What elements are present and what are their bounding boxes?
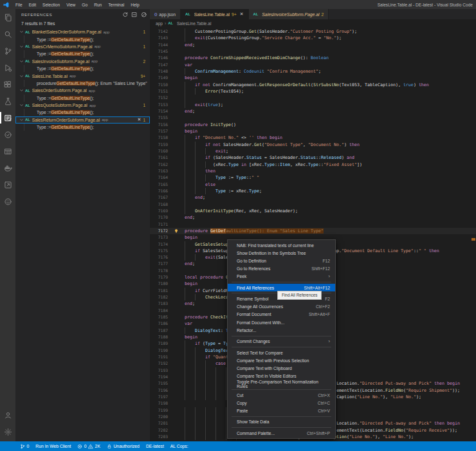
code-line-7161[interactable]: 7161if (SalesHeader.Status = SalesHeader… xyxy=(150,154,476,161)
reference-file-row[interactable]: ALSalesLine.Table.alapp9+ xyxy=(15,72,150,79)
context-menu-item-select-text-for-compare[interactable]: Select Text for Compare xyxy=(228,349,335,356)
context-menu-item-format-document[interactable]: Format DocumentShift+Alt+F xyxy=(228,311,335,318)
context-menu-item-command-palette-[interactable]: Command Palette...Ctrl+Shift+P xyxy=(228,429,335,437)
reference-line-row[interactable]: Type := GetDefaultLineType(); xyxy=(15,109,150,116)
statusbar-environment[interactable]: DE-latest xyxy=(143,441,167,451)
code-line-7169[interactable]: 7169OnAfterInitType(Rec, xRec, SalesHead… xyxy=(150,208,476,214)
tab-salesinvoicesubform-page-al[interactable]: ALSalesInvoiceSubform.Page.al2 xyxy=(249,9,329,19)
activitybar-feedback[interactable] xyxy=(0,193,15,210)
code-line-7149[interactable]: 7149begin xyxy=(150,75,476,81)
code-line-7171[interactable]: 7171 xyxy=(150,221,476,228)
menubar-item-view[interactable]: View xyxy=(63,0,78,9)
code-line-7151[interactable]: 7151Error(Text054); xyxy=(150,88,476,95)
code-line-7158[interactable]: 7158if "Document No." <> '' then begin xyxy=(150,134,476,141)
statusbar-auth-status[interactable]: Unauthorized xyxy=(104,441,143,451)
menubar-item-selection[interactable]: Selection xyxy=(39,0,63,9)
activitybar-references[interactable] xyxy=(0,109,15,126)
menubar-item-go[interactable]: Go xyxy=(78,0,91,9)
context-menu-item-show-table-data[interactable]: Show Table Data xyxy=(228,418,335,426)
context-menu-item-go-to-references[interactable]: Go to ReferencesShift+F12 xyxy=(228,265,335,273)
breadcrumb-root[interactable]: app xyxy=(156,21,163,26)
activitybar-docker[interactable] xyxy=(0,160,15,176)
activitybar-account[interactable] xyxy=(0,407,15,423)
activitybar-explorer[interactable] xyxy=(0,9,15,26)
context-menu-item-commit-changes[interactable]: Commit Changes› xyxy=(228,338,335,345)
menubar-item-run[interactable]: Run xyxy=(91,0,105,9)
activitybar-test[interactable] xyxy=(0,93,15,109)
menubar-item-terminal[interactable]: Terminal xyxy=(105,0,127,9)
code-line-7170[interactable]: 7170end; xyxy=(150,214,476,221)
reference-line-row[interactable]: procedure GetDefaultLineType(): Enum "Sa… xyxy=(15,80,150,87)
activitybar-table-data[interactable] xyxy=(0,143,15,160)
code-line-7156[interactable]: 7156procedure InitType() xyxy=(150,122,476,128)
code-line-7144[interactable]: 7144end; xyxy=(150,42,476,48)
activitybar-source-control[interactable] xyxy=(0,42,15,59)
context-menu-item-toggle-pre-comparison-text-normalization[interactable]: Toggle Pre-Comparison Text Normalization… xyxy=(228,380,335,388)
code-line-7148[interactable]: 7148ConfirmManagement: Codeunit "Confirm… xyxy=(150,68,476,75)
menubar-item-edit[interactable]: Edit xyxy=(26,0,39,9)
code-line-7153[interactable]: 7153exit(true); xyxy=(150,102,476,108)
activitybar-manage[interactable] xyxy=(0,423,15,440)
reference-file-row[interactable]: ALSalesOrderSubform.Page.alapp xyxy=(15,87,150,94)
context-menu-item-paste[interactable]: PasteCtrl+V xyxy=(228,407,335,415)
lightbulb-icon[interactable] xyxy=(168,228,185,234)
code-line-7145[interactable]: 7145 xyxy=(150,48,476,55)
reference-file-row[interactable]: ALSalesQuoteSubform.Page.alapp1 xyxy=(15,102,150,109)
code-line-7166[interactable]: 7166Type := xRec.Type; xyxy=(150,188,476,194)
code-line-7143[interactable]: 7143exit(CustomerPostingGroup."Service C… xyxy=(150,35,476,41)
tab-app-json[interactable]: {}app.json xyxy=(150,9,181,19)
activitybar-search[interactable] xyxy=(0,26,15,42)
code-line-7147[interactable]: 7147var xyxy=(150,62,476,68)
close-tab-icon[interactable]: ✕ xyxy=(240,12,244,17)
code-line-7155[interactable]: 7155 xyxy=(150,115,476,121)
breadcrumb-file[interactable]: SalesLine.Table.al xyxy=(177,21,212,26)
menubar-item-help[interactable]: Help xyxy=(127,0,143,9)
context-menu-item-go-to-definition[interactable]: Go to DefinitionF12 xyxy=(228,257,335,264)
activitybar-remote-explorer[interactable] xyxy=(0,176,15,193)
code-line-7159[interactable]: 7159if not SalesHeader.Get("Document Typ… xyxy=(150,142,476,148)
code-line-7163[interactable]: 7163then xyxy=(150,168,476,174)
code-line-7154[interactable]: 7154end; xyxy=(150,108,476,115)
code-line-7168[interactable]: 7168 xyxy=(150,201,476,208)
context-menu-item-compare-text-with-previous-selection[interactable]: Compare Text with Previous Selection xyxy=(228,356,335,364)
reference-file-row[interactable]: ALSalesReturnOrderSubform.Page.alapp✕1 xyxy=(15,116,150,124)
code-line-7165[interactable]: 7165else xyxy=(150,181,476,188)
menubar-item-file[interactable]: File xyxy=(12,0,26,9)
collapse-all-button[interactable] xyxy=(131,12,138,18)
code-line-7160[interactable]: 7160exit; xyxy=(150,148,476,154)
statusbar-al-cops[interactable]: AL Cops: xyxy=(167,441,192,451)
context-menu-item-compare-text-with-clipboard[interactable]: Compare Text with Clipboard xyxy=(228,364,335,372)
clear-button[interactable] xyxy=(141,12,147,18)
context-menu-item-cut[interactable]: CutCtrl+X xyxy=(228,391,335,399)
context-menu-item-format-document-with-[interactable]: Format Document With... xyxy=(228,318,335,326)
context-menu-item-show-definition-in-the-symbols-tree[interactable]: Show Definition in the Symbols Tree xyxy=(228,249,335,257)
reference-line-row[interactable]: Type := GetDefaultLineType(); xyxy=(15,35,150,42)
reference-file-row[interactable]: ALSalesCrMemoSubform.Page.alapp1 xyxy=(15,43,150,50)
context-menu-item-change-all-occurrences[interactable]: Change All OccurrencesCtrl+F2 xyxy=(228,303,335,311)
code-line-7157[interactable]: 7157begin xyxy=(150,128,476,134)
reference-line-row[interactable]: Type := GetDefaultLineType(); xyxy=(15,95,150,102)
activitybar-run-and-debug[interactable] xyxy=(0,59,15,76)
activitybar-extensions[interactable] xyxy=(0,76,15,93)
context-menu-item-copy[interactable]: CopyCtrl+C xyxy=(228,399,335,407)
code-line-7152[interactable]: 7152 xyxy=(150,95,476,101)
reference-file-row[interactable]: ALSalesInvoiceSubform.Page.alapp2 xyxy=(15,58,150,65)
code-line-7142[interactable]: 7142CustomerPostingGroup.Get(SalesHeader… xyxy=(150,28,476,35)
tab-salesline-table-al[interactable]: ALSalesLine.Table.al9+✕ xyxy=(181,9,249,19)
code-line-7150[interactable]: 7150if not ConfirmManagement.GetResponse… xyxy=(150,82,476,88)
statusbar-run-in-web-client[interactable]: Run In Web Client xyxy=(32,441,74,451)
reference-line-row[interactable]: Type := GetDefaultLineType(); xyxy=(15,65,150,72)
code-line-7146[interactable]: 7146procedure ConfirmShippedReceivedItem… xyxy=(150,55,476,61)
statusbar-source-control-status[interactable]: 0 xyxy=(17,441,32,451)
reference-file-row[interactable]: ALBlanketSalesOrderSubform.Page.alapp1 xyxy=(15,28,150,35)
statusbar-problems[interactable]: 02K xyxy=(74,441,104,451)
code-line-7167[interactable]: 7167end; xyxy=(150,194,476,201)
code-line-7164[interactable]: 7164Type := Type::" " xyxy=(150,174,476,181)
code-line-7172[interactable]: 7172procedure GetDefaultLineType(): Enum… xyxy=(150,228,476,234)
context-menu-item-peek[interactable]: Peek› xyxy=(228,273,335,281)
reference-line-row[interactable]: Type := GetDefaultLineType(); xyxy=(15,124,150,131)
context-menu-item-refactor-[interactable]: Refactor... xyxy=(228,326,335,334)
reference-line-row[interactable]: Type := GetDefaultLineType(); xyxy=(15,50,150,57)
code-line-7162[interactable]: 7162(xRec.Type in [xRec.Type::Item, xRec… xyxy=(150,161,476,168)
context-menu-item-nab-find-translated-texts-of-current-lin[interactable]: NAB: Find translated texts of current li… xyxy=(228,241,335,249)
